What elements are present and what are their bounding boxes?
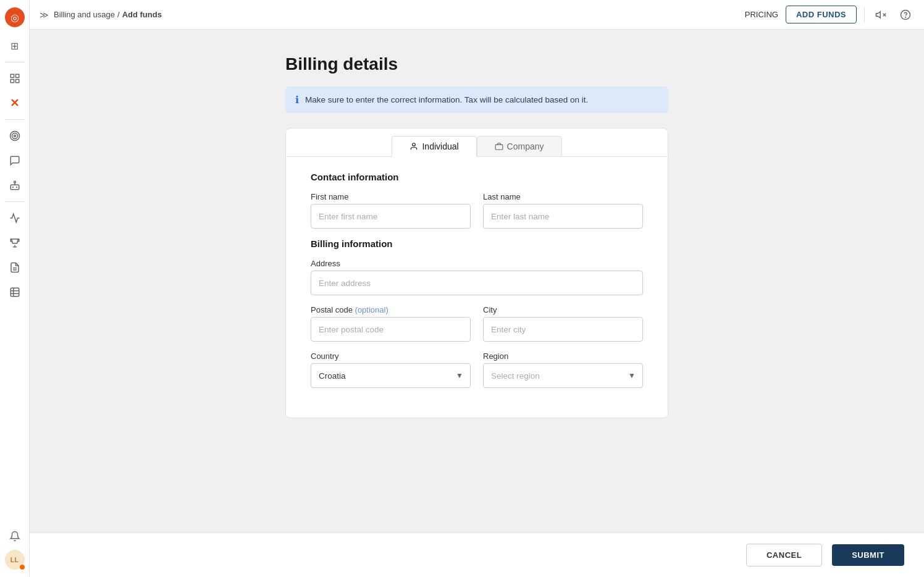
city-group: City bbox=[483, 305, 643, 342]
city-label: City bbox=[483, 305, 643, 314]
svg-rect-0 bbox=[10, 74, 14, 77]
postal-optional-label: (optional) bbox=[355, 305, 388, 314]
region-label: Region bbox=[483, 352, 643, 361]
first-name-input[interactable] bbox=[311, 204, 471, 229]
sidebar-bottom: LL bbox=[4, 525, 26, 570]
last-name-group: Last name bbox=[483, 192, 643, 229]
sidebar-icon-x[interactable]: ✕ bbox=[4, 92, 26, 114]
cancel-button[interactable]: CANCEL bbox=[746, 544, 822, 566]
app-logo[interactable] bbox=[5, 7, 25, 27]
svg-point-23 bbox=[413, 143, 416, 146]
sidebar-icon-table[interactable] bbox=[4, 281, 26, 303]
svg-point-8 bbox=[14, 181, 15, 183]
postal-code-group: Postal code (optional) bbox=[311, 305, 471, 342]
sidebar-icon-analytics[interactable] bbox=[4, 207, 26, 229]
sidebar: ⊞ ✕ LL bbox=[0, 0, 30, 577]
tab-company-label: Company bbox=[507, 141, 544, 151]
svg-rect-14 bbox=[10, 288, 19, 297]
add-funds-button[interactable]: ADD FUNDS bbox=[786, 6, 857, 23]
sidebar-divider-2 bbox=[5, 119, 25, 120]
breadcrumb: Billing and usage / Add funds bbox=[54, 10, 162, 19]
form-card: Individual Company Contact information F… bbox=[285, 128, 668, 418]
mute-icon[interactable] bbox=[872, 6, 889, 23]
notifications-icon[interactable] bbox=[4, 525, 26, 547]
sidebar-icon-target[interactable] bbox=[4, 125, 26, 147]
sidebar-divider-3 bbox=[5, 201, 25, 202]
first-name-label: First name bbox=[311, 192, 471, 201]
tab-individual-label: Individual bbox=[422, 141, 458, 151]
country-label: Country bbox=[311, 352, 471, 361]
submit-button[interactable]: SUBMIT bbox=[832, 544, 904, 566]
region-select-wrap: Select region ▼ bbox=[483, 363, 643, 388]
topbar-right: PRICING ADD FUNDS bbox=[745, 6, 914, 23]
page-title: Billing details bbox=[285, 54, 668, 74]
topbar: ≫ Billing and usage / Add funds PRICING … bbox=[30, 0, 924, 30]
address-label: Address bbox=[311, 259, 643, 268]
last-name-label: Last name bbox=[483, 192, 643, 201]
avatar-status-dot bbox=[20, 565, 25, 570]
sidebar-icon-report[interactable] bbox=[4, 256, 26, 279]
address-input[interactable] bbox=[311, 271, 643, 295]
info-banner-text: Make sure to enter the correct informati… bbox=[305, 95, 588, 104]
tab-individual[interactable]: Individual bbox=[392, 136, 476, 157]
contact-section-title: Contact information bbox=[311, 172, 643, 182]
last-name-input[interactable] bbox=[483, 204, 643, 229]
first-name-group: First name bbox=[311, 192, 471, 229]
tabs: Individual Company bbox=[286, 128, 668, 157]
info-icon: ℹ bbox=[295, 94, 299, 106]
billing-section-title: Billing information bbox=[311, 238, 643, 249]
country-select-wrap: Croatia United States Germany France Uni… bbox=[311, 363, 471, 388]
form-body: Contact information First name Last name bbox=[286, 157, 668, 388]
name-row: First name Last name bbox=[311, 192, 643, 229]
svg-point-5 bbox=[12, 133, 17, 139]
postal-code-input[interactable] bbox=[311, 317, 471, 342]
svg-rect-2 bbox=[10, 80, 14, 83]
avatar[interactable]: LL bbox=[5, 550, 25, 570]
expand-icon[interactable]: ≫ bbox=[40, 10, 49, 20]
breadcrumb-parent[interactable]: Billing and usage bbox=[54, 10, 115, 19]
sidebar-icon-expand[interactable]: ⊞ bbox=[4, 35, 26, 57]
footer: CANCEL SUBMIT bbox=[30, 533, 924, 577]
country-region-row: Country Croatia United States Germany Fr… bbox=[311, 352, 643, 388]
sidebar-icon-bot[interactable] bbox=[4, 174, 26, 196]
svg-point-6 bbox=[14, 135, 15, 137]
topbar-separator bbox=[864, 7, 865, 22]
main-wrap: ≫ Billing and usage / Add funds PRICING … bbox=[30, 0, 924, 577]
country-select[interactable]: Croatia United States Germany France Uni… bbox=[311, 363, 471, 388]
svg-rect-7 bbox=[10, 185, 19, 190]
svg-rect-24 bbox=[495, 145, 503, 150]
country-group: Country Croatia United States Germany Fr… bbox=[311, 352, 471, 388]
address-group: Address bbox=[311, 259, 643, 295]
billing-section: Billing information Address Postal code bbox=[311, 238, 643, 388]
sidebar-icon-trophy[interactable] bbox=[4, 232, 26, 254]
postal-code-label: Postal code (optional) bbox=[311, 305, 471, 314]
svg-marker-18 bbox=[876, 11, 881, 18]
tab-company[interactable]: Company bbox=[477, 136, 562, 157]
content-inner: Billing details ℹ Make sure to enter the… bbox=[285, 54, 668, 418]
sidebar-icon-packages[interactable] bbox=[4, 67, 26, 90]
svg-rect-1 bbox=[15, 74, 19, 77]
breadcrumb-separator: / bbox=[117, 10, 120, 19]
sidebar-icon-chat[interactable] bbox=[4, 150, 26, 172]
sidebar-divider-1 bbox=[5, 62, 25, 62]
content: Billing details ℹ Make sure to enter the… bbox=[30, 30, 924, 577]
region-group: Region Select region ▼ bbox=[483, 352, 643, 388]
svg-rect-3 bbox=[15, 80, 19, 83]
city-input[interactable] bbox=[483, 317, 643, 342]
region-select[interactable]: Select region bbox=[483, 363, 643, 388]
help-icon[interactable] bbox=[897, 6, 914, 23]
postal-city-row: Postal code (optional) City bbox=[311, 305, 643, 342]
pricing-link[interactable]: PRICING bbox=[745, 10, 778, 19]
breadcrumb-current: Add funds bbox=[122, 10, 162, 19]
address-row: Address bbox=[311, 259, 643, 295]
info-banner: ℹ Make sure to enter the correct informa… bbox=[285, 86, 668, 113]
